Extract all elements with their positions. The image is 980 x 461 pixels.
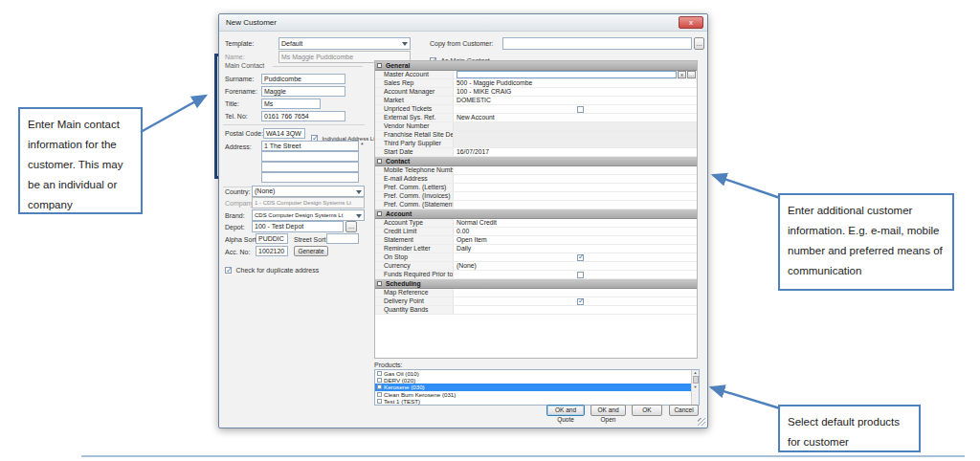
- grid-row[interactable]: Franchise Retail Site Depot: [375, 131, 697, 140]
- grid-row-value[interactable]: [454, 289, 697, 296]
- forename-input[interactable]: Maggie: [261, 86, 345, 97]
- ok-and-quote-button[interactable]: OK and Quote: [546, 405, 585, 416]
- products-scrollbar[interactable]: ▲ ▼: [691, 370, 699, 405]
- products-list[interactable]: Gas Oil (010)DERV (020)Kerosene (030)Cle…: [374, 369, 700, 406]
- grid-row[interactable]: Unpriced Tickets: [375, 105, 697, 114]
- ok-and-open-button[interactable]: OK and Open: [590, 405, 626, 416]
- grid-row-value[interactable]: x…: [454, 71, 697, 78]
- grid-row-value[interactable]: [454, 105, 697, 113]
- grid-row-value[interactable]: DOMESTIC: [454, 97, 697, 104]
- grid-row[interactable]: StatementOpen Item: [375, 236, 697, 245]
- grid-row-value[interactable]: 16/07/2017: [454, 148, 697, 156]
- grid-row-value[interactable]: (None): [454, 262, 697, 270]
- checkbox-unchecked-icon[interactable]: [377, 399, 382, 404]
- generate-button[interactable]: Generate: [294, 246, 328, 256]
- ok-button[interactable]: OK: [632, 405, 662, 416]
- browse-button[interactable]: …: [687, 71, 696, 78]
- scroll-up-icon[interactable]: ▲: [694, 370, 698, 375]
- grid-row-value[interactable]: [454, 131, 697, 139]
- checkbox-checked-icon[interactable]: [577, 254, 584, 261]
- copy-from-browse-button[interactable]: …: [694, 37, 704, 50]
- product-item[interactable]: DERV (020): [375, 377, 699, 384]
- grid-row[interactable]: Delivery Point: [375, 297, 697, 306]
- grid-row[interactable]: Quantity Bands: [375, 306, 697, 315]
- grid-row[interactable]: On Stop: [375, 253, 697, 262]
- grid-row[interactable]: Account TypeNormal Credit: [375, 219, 697, 228]
- grid-row[interactable]: Mobile Telephone Number: [375, 166, 697, 175]
- grid-row-value[interactable]: 0.00: [454, 228, 697, 235]
- grid-row-value[interactable]: [454, 192, 697, 200]
- grid-section-header[interactable]: Contact: [375, 157, 697, 166]
- grid-row[interactable]: Credit Limit0.00: [375, 228, 697, 236]
- grid-row-value[interactable]: Daily: [454, 245, 697, 252]
- checkbox-unchecked-icon[interactable]: [377, 392, 382, 397]
- grid-row[interactable]: Master Accountx…: [375, 71, 697, 79]
- resize-grip-icon[interactable]: [698, 418, 705, 426]
- cancel-button[interactable]: Cancel: [669, 405, 699, 416]
- grid-row-value[interactable]: [454, 122, 697, 130]
- grid-row[interactable]: Map Reference: [375, 289, 697, 297]
- checkbox-unchecked-icon[interactable]: [577, 106, 584, 113]
- grid-row-value[interactable]: Open Item: [454, 236, 697, 244]
- grid-row[interactable]: External Sys. Ref.New Account: [375, 114, 697, 122]
- checkbox-unchecked-icon[interactable]: [377, 384, 382, 389]
- grid-row[interactable]: Pref. Comm. (Statements): [375, 201, 697, 209]
- grid-row[interactable]: Reminder LetterDaily: [375, 245, 697, 253]
- grid-row-value[interactable]: [454, 140, 697, 147]
- grid-row-value[interactable]: [454, 184, 697, 191]
- acc-no-input[interactable]: 1002120: [256, 246, 288, 256]
- grid-section-header[interactable]: Account: [375, 209, 697, 219]
- grid-row[interactable]: E-mail Address: [375, 175, 697, 184]
- template-select[interactable]: Default: [278, 37, 411, 50]
- tel-no-input[interactable]: 0161 766 7654: [261, 111, 345, 121]
- address-line-2-input[interactable]: [261, 151, 359, 162]
- grid-row-value[interactable]: [454, 297, 697, 305]
- grid-row-value[interactable]: New Account: [454, 114, 697, 121]
- checkbox-unchecked-icon[interactable]: [377, 378, 382, 383]
- grid-row[interactable]: Vendor Number: [375, 122, 697, 131]
- address-line-4-input[interactable]: [261, 172, 359, 183]
- dialog-titlebar[interactable]: New Customer x: [219, 14, 707, 32]
- product-item[interactable]: Kerosene (030): [375, 384, 699, 390]
- check-duplicate-checkbox[interactable]: Check for duplicate address: [225, 261, 319, 278]
- grid-row-value[interactable]: [454, 253, 697, 261]
- grid-row-value[interactable]: [454, 306, 697, 314]
- checkbox-checked-icon[interactable]: [577, 298, 584, 305]
- grid-row[interactable]: Pref. Comm. (Invoices): [375, 192, 697, 201]
- grid-section-header[interactable]: General: [375, 61, 697, 71]
- postal-code-input[interactable]: WA14 3QW: [263, 128, 305, 139]
- grid-row[interactable]: Account Manager100 - MIKE CRAIG: [375, 88, 697, 97]
- alpha-sort-input[interactable]: PUDDIC: [256, 233, 288, 244]
- grid-row-value[interactable]: Normal Credit: [454, 219, 697, 227]
- clear-button[interactable]: x: [678, 71, 686, 78]
- product-item[interactable]: Clean Burn Kerosene (031): [375, 391, 699, 398]
- checkbox-unchecked-icon[interactable]: [377, 371, 382, 376]
- country-select[interactable]: (None): [252, 186, 365, 197]
- surname-input[interactable]: Puddicombe: [261, 74, 345, 84]
- address-line-3-input[interactable]: [261, 162, 359, 172]
- checkbox-unchecked-icon[interactable]: [577, 272, 584, 278]
- grid-row[interactable]: Currency(None): [375, 262, 697, 271]
- lookup-input[interactable]: [457, 71, 677, 78]
- grid-row[interactable]: Start Date16/07/2017: [375, 148, 697, 157]
- close-button[interactable]: x: [679, 16, 703, 29]
- grid-row[interactable]: Sales Rep500 - Maggie Puddicombe: [375, 79, 697, 88]
- address-line-1-input[interactable]: 1 The Street: [261, 141, 359, 151]
- grid-row[interactable]: Pref. Comm. (Letters): [375, 184, 697, 192]
- depot-input[interactable]: 100 - Test Depot: [252, 221, 344, 232]
- grid-row-value[interactable]: [454, 175, 697, 183]
- grid-row-value[interactable]: 100 - MIKE CRAIG: [454, 88, 697, 96]
- depot-browse-button[interactable]: …: [345, 221, 357, 232]
- scroll-down-icon[interactable]: ▼: [694, 384, 698, 389]
- title-input[interactable]: Ms: [261, 99, 321, 109]
- copy-from-input[interactable]: [502, 37, 692, 50]
- grid-row[interactable]: Third Party Supplier: [375, 140, 697, 148]
- brand-select[interactable]: CDS Computer Design Systems Lt: [252, 209, 365, 221]
- grid-row-value[interactable]: [454, 166, 697, 174]
- grid-row[interactable]: Funds Required Prior to Dispatch: [375, 271, 697, 279]
- product-item[interactable]: Gas Oil (010): [375, 370, 699, 377]
- grid-section-header[interactable]: Scheduling: [375, 279, 697, 289]
- grid-row-value[interactable]: 500 - Maggie Puddicombe: [454, 79, 697, 87]
- scrollbar-thumb[interactable]: [693, 376, 699, 384]
- grid-row-value[interactable]: [454, 271, 697, 278]
